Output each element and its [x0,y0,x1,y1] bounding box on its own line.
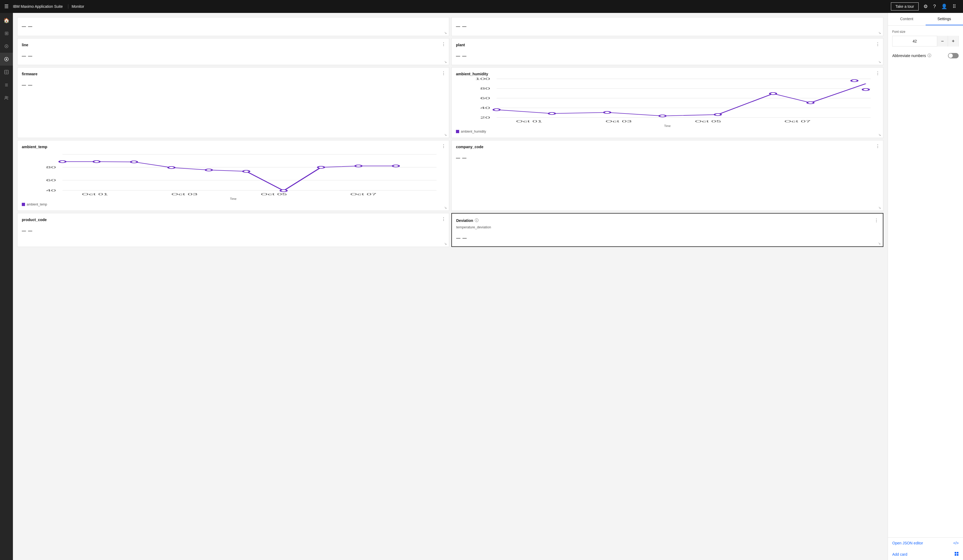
card-product-code: product_code ⋮ – – ↘ [17,213,449,247]
user-icon[interactable]: 👤 [941,3,947,10]
abbreviate-info-icon[interactable]: ⓘ [927,53,931,58]
humidity-legend: ambient_humidity [456,129,879,133]
apps-icon[interactable]: ⠿ [953,3,956,10]
font-size-decrease-button[interactable]: − [937,36,948,47]
svg-point-30 [715,113,721,116]
card-ambient-humidity: ambient_humidity ⋮ 100 80 60 40 [451,67,884,138]
humidity-x-axis-label: Time [456,124,879,128]
card-product-value: – – [22,226,445,235]
svg-text:60: 60 [46,179,56,182]
svg-point-47 [93,160,100,163]
humidity-chart-svg: 100 80 60 40 20 Oct 01 Oct 03 Oct 05 Oct… [456,76,879,125]
card-stub-left: – – ↘ [17,17,449,36]
svg-point-28 [604,112,610,113]
card-firmware-menu[interactable]: ⋮ [441,71,446,76]
font-size-control: 42 − + [892,36,959,47]
add-card-button[interactable]: Add card [888,549,963,560]
svg-point-33 [851,79,858,82]
svg-point-1 [6,46,7,47]
svg-point-51 [243,170,250,172]
card-plant: plant ⋮ – – ↘ [451,38,884,65]
sidebar: 🏠 ⊞ [0,13,13,560]
abbreviate-toggle[interactable] [948,53,959,58]
open-json-editor-link[interactable]: Open JSON editor [892,541,923,545]
sidebar-item-monitor[interactable] [0,53,13,66]
svg-point-48 [131,161,137,163]
font-size-section: Font size 42 − + [892,30,959,47]
sidebar-item-topology[interactable] [0,66,13,79]
svg-point-50 [206,169,212,171]
settings-icon[interactable]: ⚙ [924,3,928,10]
svg-text:Oct 01: Oct 01 [516,120,542,123]
stub-right-value: – – [456,22,467,30]
card-humidity-menu[interactable]: ⋮ [875,71,880,76]
card-line-menu[interactable]: ⋮ [441,42,446,47]
temp-x-axis-label: Time [22,197,445,201]
svg-text:Oct 01: Oct 01 [82,193,108,196]
sidebar-item-devices[interactable] [0,40,13,53]
svg-text:Oct 03: Oct 03 [606,120,632,123]
svg-point-32 [807,102,814,104]
take-tour-button[interactable]: Take a tour [891,2,919,10]
abbreviate-section: Abbreviate numbers ⓘ [892,53,959,58]
card-deviation-menu[interactable]: ⋮ [874,218,879,223]
svg-point-34 [862,89,869,91]
font-size-increase-button[interactable]: + [948,36,958,47]
svg-text:100: 100 [475,77,490,81]
card-company-menu[interactable]: ⋮ [875,144,880,149]
json-code-icon[interactable]: </> [953,541,959,545]
card-humidity-title: ambient_humidity [456,72,488,76]
svg-text:80: 80 [46,166,56,169]
sidebar-item-home[interactable]: 🏠 [0,14,13,27]
font-size-value: 42 [893,39,937,43]
svg-point-31 [770,92,776,95]
svg-point-11 [7,97,8,98]
svg-point-52 [280,189,287,192]
stub-left-value: – – [22,22,32,30]
tab-settings[interactable]: Settings [926,13,963,25]
card-line-value: – – [22,51,445,60]
card-temp-menu[interactable]: ⋮ [441,144,446,149]
card-plant-title: plant [456,43,465,47]
sidebar-item-grid[interactable]: ⊞ [0,27,13,40]
svg-rect-56 [955,552,956,554]
temp-legend: ambient_temp [22,202,445,206]
svg-point-54 [355,165,362,167]
tab-content[interactable]: Content [888,13,926,25]
panel-body: Font size 42 − + Abbreviate numbers ⓘ [888,26,963,286]
humidity-chart-container: 100 80 60 40 20 Oct 01 Oct 03 Oct 05 Oct… [456,76,879,128]
toggle-knob [948,53,953,58]
card-company-code: company_code ⋮ – – ↘ [451,140,884,211]
temp-legend-color [22,203,25,206]
help-icon[interactable]: ? [933,4,936,10]
right-panel: Content Settings Font size 42 − + [888,13,963,560]
panel-footer: Open JSON editor </> [888,537,963,549]
card-product-menu[interactable]: ⋮ [441,217,446,222]
card-firmware-title: firmware [22,72,37,76]
brand-name: IBM Maximo Application Suite [13,4,63,9]
card-plant-menu[interactable]: ⋮ [875,42,880,47]
card-deviation[interactable]: Deviation ⓘ ⋮ temperature_deviation – – … [451,213,884,247]
card-line: line ⋮ – – ↘ [17,38,449,65]
svg-point-3 [6,59,7,60]
deviation-info-icon[interactable]: ⓘ [475,218,478,223]
svg-point-10 [5,96,7,98]
temp-legend-label: ambient_temp [27,202,47,206]
card-plant-value: – – [456,51,879,60]
card-deviation-title: Deviation [456,218,473,223]
humidity-legend-color [456,130,459,133]
sidebar-item-users[interactable] [0,91,13,104]
svg-point-26 [493,108,500,111]
svg-rect-58 [955,554,956,556]
card-company-title: company_code [456,145,483,149]
abbreviate-label: Abbreviate numbers [892,53,926,58]
sidebar-item-list[interactable] [0,79,13,91]
svg-text:Oct 07: Oct 07 [785,120,811,123]
abbreviate-row: Abbreviate numbers ⓘ [892,53,959,58]
card-company-value: – – [456,153,879,162]
menu-icon[interactable]: ☰ [4,3,9,10]
svg-text:Oct 07: Oct 07 [350,193,376,196]
nav-divider [68,4,68,9]
svg-text:Oct 03: Oct 03 [171,193,198,196]
panel-tabs: Content Settings [888,13,963,26]
